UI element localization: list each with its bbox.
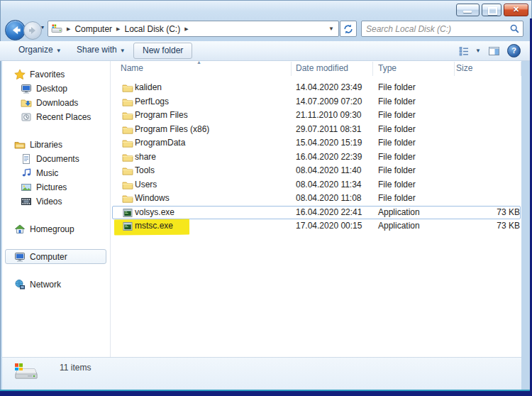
file-row-mstsc-exe[interactable]: mstsc.exe17.04.2020 00:15Application73 K…	[111, 219, 521, 233]
file-row-kaliden[interactable]: kaliden14.04.2020 23:49File folder	[111, 81, 521, 95]
file-row-perflogs[interactable]: PerfLogs14.07.2009 07:20File folder	[111, 95, 521, 109]
date-modified-cell: 17.04.2020 00:15	[296, 219, 362, 233]
application-icon	[122, 221, 133, 232]
sort-ascending-icon: ▲	[196, 60, 201, 65]
sidebar-group: LibrariesDocumentsMusicPicturesVideos	[2, 138, 110, 209]
sidebar-group: FavoritesDesktopDownloadsRecent Places	[2, 67, 110, 124]
type-cell: File folder	[378, 150, 416, 165]
sidebar-item-computer[interactable]: Computer	[2, 250, 110, 264]
size-cell: 73 KB	[456, 206, 520, 220]
search-icon[interactable]	[509, 23, 520, 34]
back-button[interactable]	[5, 20, 26, 40]
type-cell: File folder	[378, 164, 416, 178]
sidebar-item-recent-places[interactable]: Recent Places	[2, 110, 110, 124]
sidebar-item-label: Desktop	[36, 84, 67, 94]
type-cell: Application	[378, 206, 420, 220]
explorer-window: { "window": { "controls": { "minimize_la…	[0, 0, 532, 396]
videos-icon	[21, 196, 32, 207]
chevron-down-icon: ▼	[475, 48, 481, 54]
sidebar-item-favorites[interactable]: Favorites	[2, 67, 110, 82]
item-count-label: 11 items	[60, 363, 91, 373]
address-bar[interactable]: ▶ Computer ▶ Local Disk (C:) ▶ ▼	[48, 21, 339, 37]
sidebar-item-downloads[interactable]: Downloads	[2, 96, 110, 110]
sidebar-item-label: Favorites	[30, 70, 65, 79]
file-row-program-files-x86-[interactable]: Program Files (x86)29.07.2011 08:31File …	[111, 123, 521, 137]
back-arrow-icon	[6, 21, 25, 40]
share-with-menu-button[interactable]: Share with▼	[77, 45, 126, 55]
close-icon: ✕	[504, 5, 528, 14]
network-icon	[14, 279, 26, 290]
file-name-cell: mstsc.exe	[135, 219, 173, 233]
file-row-program-files[interactable]: Program Files21.11.2010 09:30File folder	[111, 109, 521, 123]
sidebar-item-documents[interactable]: Documents	[2, 152, 110, 166]
folder-icon	[122, 165, 133, 177]
window-controls: ✕	[456, 4, 528, 16]
type-cell: File folder	[378, 192, 416, 206]
column-divider[interactable]	[521, 62, 521, 76]
address-dropdown-caret-icon[interactable]: ▼	[328, 26, 336, 32]
sidebar-item-videos[interactable]: Videos	[2, 194, 110, 209]
file-row-users[interactable]: Users08.04.2020 11:34File folder	[111, 178, 521, 192]
file-row-share[interactable]: share16.04.2020 22:39File folder	[111, 150, 521, 165]
file-row-volsys-exe[interactable]: volsys.exe16.04.2020 22:41Application73 …	[111, 206, 521, 220]
change-view-button[interactable]: ▼	[458, 45, 481, 57]
column-divider[interactable]	[454, 62, 455, 76]
sidebar-item-label: Music	[36, 168, 58, 178]
recent-pages-caret-icon[interactable]: ▾	[41, 24, 44, 31]
organize-menu-button[interactable]: Organize▼	[18, 45, 62, 55]
folder-icon	[122, 110, 133, 121]
sidebar-item-desktop[interactable]: Desktop	[2, 82, 110, 96]
close-button[interactable]: ✕	[504, 4, 528, 16]
sidebar-item-label: Recent Places	[36, 112, 91, 122]
sidebar-group: Homegroup	[2, 222, 110, 236]
column-header-size[interactable]: Size	[456, 63, 472, 73]
size-cell: 73 KB	[456, 219, 520, 233]
sidebar-item-pictures[interactable]: Pictures	[2, 180, 110, 194]
file-row-programdata[interactable]: ProgramData15.04.2020 15:19File folder	[111, 136, 521, 150]
sidebar-item-label: Videos	[36, 197, 62, 207]
breadcrumb-computer[interactable]: Computer	[74, 24, 112, 34]
sidebar-item-music[interactable]: Music	[2, 166, 110, 180]
forward-button[interactable]	[23, 21, 42, 40]
sidebar-item-label: Network	[30, 280, 61, 290]
breadcrumb-local-disk-c[interactable]: Local Disk (C:)	[124, 24, 180, 34]
breadcrumb-separator-icon: ▶	[180, 26, 192, 32]
pictures-icon	[21, 182, 32, 193]
search-input[interactable]	[365, 23, 509, 35]
date-modified-cell: 14.07.2009 07:20	[296, 95, 362, 109]
sidebar-item-libraries[interactable]: Libraries	[2, 138, 110, 152]
star-icon	[14, 69, 26, 80]
type-cell: Application	[378, 219, 420, 233]
search-box[interactable]	[361, 21, 523, 37]
help-button[interactable]: ?	[507, 44, 521, 57]
date-modified-cell: 14.04.2020 23:49	[296, 81, 362, 95]
column-divider[interactable]	[372, 62, 373, 76]
window-border-bottom	[0, 391, 532, 396]
date-modified-cell: 16.04.2020 22:41	[296, 206, 362, 220]
column-header-date-modified[interactable]: Date modified	[296, 63, 348, 73]
chevron-down-icon: ▼	[56, 48, 62, 54]
column-divider[interactable]	[291, 62, 292, 76]
date-modified-cell: 08.04.2020 11:08	[296, 192, 362, 206]
sidebar-group: Computer	[2, 250, 110, 264]
sidebar-item-homegroup[interactable]: Homegroup	[2, 222, 110, 236]
column-header-name[interactable]: Name	[121, 63, 143, 73]
column-header-type[interactable]: Type	[378, 63, 397, 73]
date-modified-cell: 16.04.2020 22:39	[296, 150, 362, 165]
sidebar-group: Network	[2, 277, 110, 292]
file-name-cell: Program Files (x86)	[135, 123, 209, 137]
file-list-pane: ▲ Name Date modified Type Size kaliden14…	[111, 61, 521, 357]
breadcrumb-separator-icon: ▶	[62, 26, 74, 32]
file-row-tools[interactable]: Tools08.04.2020 11:40File folder	[111, 164, 521, 178]
refresh-button[interactable]	[340, 21, 357, 37]
file-row-windows[interactable]: Windows08.04.2020 11:08File folder	[111, 192, 521, 206]
minimize-button[interactable]	[456, 4, 480, 16]
sidebar-item-label: Documents	[36, 154, 79, 164]
new-folder-button[interactable]: New folder	[133, 43, 192, 59]
preview-pane-button[interactable]	[488, 45, 500, 57]
documents-icon	[21, 153, 32, 165]
date-modified-cell: 21.11.2010 09:30	[296, 109, 362, 123]
maximize-button[interactable]	[482, 4, 501, 16]
sidebar-item-network[interactable]: Network	[2, 277, 110, 292]
homegroup-icon	[14, 224, 26, 235]
